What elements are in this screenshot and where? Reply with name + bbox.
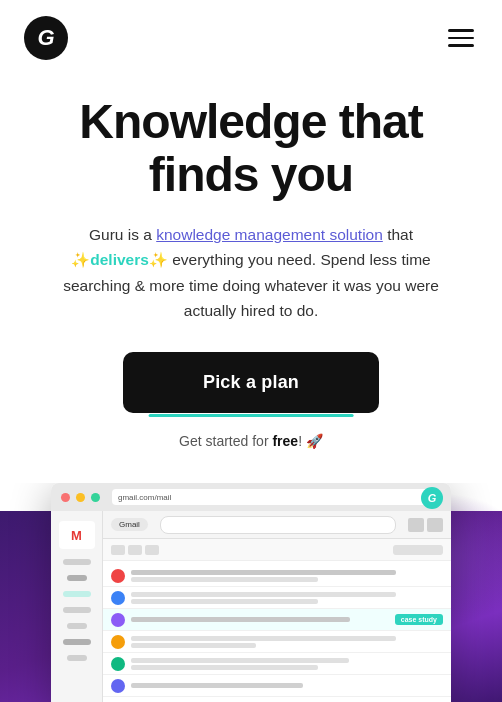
hamburger-line-2 [448, 37, 474, 40]
browser-bar: gmail.com/mail G [51, 483, 451, 511]
toolbar2-btn-1 [111, 545, 125, 555]
avatar-5 [111, 657, 125, 671]
gmail-sidebar: M [51, 511, 103, 702]
gmail-main: Gmail [103, 511, 451, 702]
browser-dot-green [91, 493, 100, 502]
email-line-5a [131, 658, 349, 663]
header: G [0, 0, 502, 76]
gmail-search-bar [160, 516, 396, 534]
browser-url-bar: gmail.com/mail [112, 489, 435, 505]
guru-g-letter: G [428, 492, 437, 504]
email-line-3a [131, 617, 350, 622]
sidebar-line-6 [63, 639, 91, 645]
email-content-5 [131, 658, 443, 670]
free-emoji: 🚀 [306, 433, 323, 449]
browser-mockup: gmail.com/mail G M [51, 483, 451, 702]
email-list: case study [103, 561, 451, 701]
avatar-1 [111, 569, 125, 583]
logo[interactable]: G [24, 16, 68, 60]
email-content-2 [131, 592, 443, 604]
free-word: free [272, 433, 298, 449]
email-row-5 [103, 653, 451, 675]
hamburger-menu-button[interactable] [444, 25, 478, 51]
free-text: Get started for free! 🚀 [179, 433, 323, 449]
emoji-2: ✨ [149, 251, 168, 268]
subtitle-bold: delivers [90, 251, 149, 268]
gmail-logo-box: M [59, 521, 95, 549]
email-row-6 [103, 675, 451, 697]
free-label: Get started for [179, 433, 268, 449]
emoji-1: ✨ [71, 251, 90, 268]
illustration-section: gmail.com/mail G M [0, 483, 502, 702]
gmail-m-letter: M [71, 528, 82, 543]
browser-content: M Gmail [51, 511, 451, 702]
sidebar-line-4 [63, 607, 91, 613]
email-line-4a [131, 636, 396, 641]
email-line-6a [131, 683, 303, 688]
hero-title: Knowledge that finds you [32, 96, 470, 202]
email-row-4 [103, 631, 451, 653]
hero-title-line1: Knowledge that [79, 95, 422, 148]
avatar-3 [111, 613, 125, 627]
email-content-4 [131, 636, 443, 648]
email-content-3 [131, 617, 389, 622]
compose-button: Gmail [111, 518, 148, 531]
browser-dot-red [61, 493, 70, 502]
toolbar2-btn-2 [128, 545, 142, 555]
toolbar2-count [393, 545, 443, 555]
hamburger-line-3 [448, 44, 474, 47]
toolbar2-btn-3 [145, 545, 159, 555]
hero-section: Knowledge that finds you Guru is a knowl… [0, 76, 502, 459]
avatar-4 [111, 635, 125, 649]
sidebar-line-1 [63, 559, 91, 565]
subtitle-part2: that [383, 226, 413, 243]
sidebar-line-2 [67, 575, 87, 581]
browser-dot-yellow [76, 493, 85, 502]
email-row-1 [103, 565, 451, 587]
email-content-1 [131, 570, 443, 582]
gmail-toolbar: Gmail [103, 511, 451, 539]
email-line-1a [131, 570, 396, 575]
logo-letter: G [37, 25, 54, 51]
case-study-tag: case study [395, 614, 443, 625]
avatar-2 [111, 591, 125, 605]
subtitle-part1: Guru is a [89, 226, 156, 243]
url-text: gmail.com/mail [118, 493, 171, 502]
email-line-4b [131, 643, 256, 648]
toolbar-btn-2 [427, 518, 443, 532]
sidebar-line-3 [63, 591, 91, 597]
email-line-2b [131, 599, 318, 604]
avatar-6 [111, 679, 125, 693]
email-line-5b [131, 665, 318, 670]
sidebar-line-7 [67, 655, 87, 661]
guru-overlay-icon: G [421, 487, 443, 509]
email-row-2 [103, 587, 451, 609]
sidebar-line-5 [67, 623, 87, 629]
email-content-6 [131, 683, 443, 688]
hero-title-line2: finds you [149, 148, 353, 201]
gmail-icon-row: M [51, 517, 102, 665]
email-line-2a [131, 592, 396, 597]
email-row-3: case study [103, 609, 451, 631]
subtitle-link: knowledge management solution [156, 226, 383, 243]
hero-subtitle: Guru is a knowledge management solution … [41, 222, 461, 324]
toolbar-btn-1 [408, 518, 424, 532]
cta-pick-plan-button[interactable]: Pick a plan [123, 352, 379, 413]
compose-label: Gmail [119, 520, 140, 529]
hamburger-line-1 [448, 29, 474, 32]
email-line-1b [131, 577, 318, 582]
